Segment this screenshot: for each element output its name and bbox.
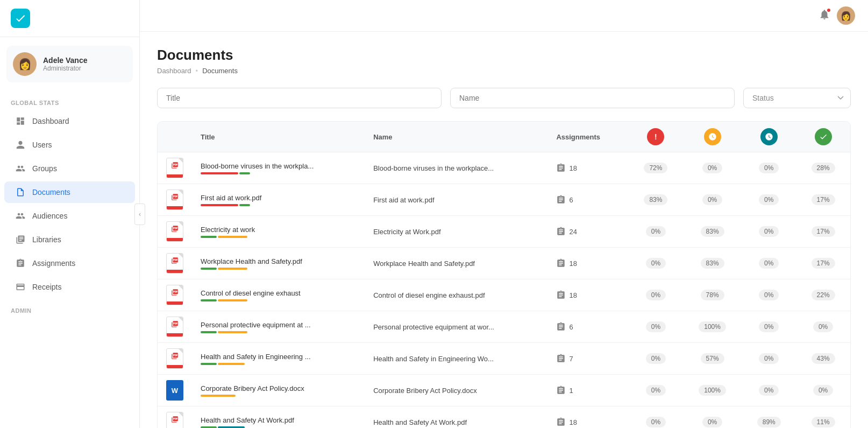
sidebar-item-audiences[interactable]: Audiences bbox=[4, 205, 135, 227]
pending-pct-badge: 0% bbox=[702, 163, 722, 173]
user-card: 👩 Adele Vance Administrator bbox=[6, 46, 133, 82]
overdue-pct-cell: 0% bbox=[629, 311, 683, 343]
progress-bar bbox=[218, 331, 247, 333]
sidebar-item-dashboard[interactable]: Dashboard bbox=[4, 110, 135, 132]
name-filter-input[interactable] bbox=[450, 88, 735, 108]
pending-pct-badge: 78% bbox=[701, 290, 724, 300]
pending-pct-cell: 83% bbox=[683, 216, 742, 248]
doc-title-cell: Personal protective equipment at ... bbox=[192, 311, 365, 343]
breadcrumb-home[interactable]: Dashboard bbox=[157, 67, 191, 75]
table-row[interactable]: Workplace Health and Safety.pdf Workplac… bbox=[158, 248, 850, 279]
table-row[interactable]: Blood-borne viruses in the workpla... Bl… bbox=[158, 152, 850, 184]
table-body: Blood-borne viruses in the workpla... Bl… bbox=[158, 152, 850, 429]
table-row[interactable]: Control of diesel engine exhaust Control… bbox=[158, 279, 850, 311]
sidebar-item-receipts-label: Receipts bbox=[32, 283, 61, 291]
complete-pct-cell: 11% bbox=[796, 406, 850, 429]
pending-pct-cell: 83% bbox=[683, 248, 742, 279]
sidebar-item-libraries[interactable]: Libraries bbox=[4, 229, 135, 250]
doc-icon-cell bbox=[158, 248, 192, 279]
assign-cell: 24 bbox=[556, 227, 620, 236]
progress-bars bbox=[201, 426, 356, 429]
progress-bars bbox=[201, 204, 356, 206]
doc-title: Corporate Bribery Act Policy.docx bbox=[201, 384, 356, 392]
assign-count: 18 bbox=[569, 259, 577, 268]
inprogress-pct-badge: 89% bbox=[757, 417, 781, 427]
sidebar-item-receipts[interactable]: Receipts bbox=[4, 276, 135, 298]
complete-pct-cell: 17% bbox=[796, 216, 850, 248]
audiences-icon bbox=[15, 211, 26, 221]
progress-bars bbox=[201, 363, 356, 365]
doc-name-cell: Corporate Bribery Act Policy.docx bbox=[365, 375, 547, 406]
pdf-doc-icon bbox=[166, 348, 183, 369]
doc-info: Blood-borne viruses in the workpla... bbox=[201, 162, 356, 174]
title-filter-input[interactable] bbox=[157, 88, 442, 108]
overdue-indicator: ! bbox=[647, 128, 664, 145]
inprogress-pct-cell: 0% bbox=[742, 152, 796, 184]
sidebar-item-assignments-label: Assignments bbox=[32, 259, 75, 268]
pdf-doc-icon bbox=[166, 190, 183, 210]
pending-pct-cell: 57% bbox=[683, 343, 742, 375]
assign-icon bbox=[556, 290, 566, 300]
pending-indicator bbox=[704, 128, 721, 145]
sidebar-item-groups-label: Groups bbox=[32, 164, 57, 173]
th-overdue: ! bbox=[629, 122, 683, 152]
pdf-doc-icon bbox=[166, 285, 183, 305]
inprogress-pct-badge: 0% bbox=[759, 194, 779, 205]
notifications-button[interactable] bbox=[819, 9, 830, 23]
doc-red-bar bbox=[167, 238, 183, 241]
inprogress-pct-badge: 0% bbox=[759, 385, 779, 396]
table-row[interactable]: W Corporate Bribery Act Policy.docx Corp… bbox=[158, 375, 850, 406]
sidebar-item-users-label: Users bbox=[32, 141, 52, 149]
sidebar-item-documents[interactable]: Documents bbox=[4, 181, 135, 203]
assign-icon bbox=[556, 163, 566, 173]
doc-info: Workplace Health and Safety.pdf bbox=[201, 257, 356, 270]
assign-icon bbox=[556, 322, 566, 332]
progress-bar bbox=[218, 363, 245, 365]
table-row[interactable]: Health and Safety in Engineering ... Hea… bbox=[158, 343, 850, 375]
pdf-doc-icon bbox=[166, 412, 183, 428]
th-title: Title bbox=[192, 122, 365, 152]
inprogress-pct-cell: 0% bbox=[742, 311, 796, 343]
doc-name-cell: Health and Safety At Work.pdf bbox=[365, 406, 547, 429]
progress-bar bbox=[218, 426, 245, 429]
complete-pct-badge: 17% bbox=[812, 194, 835, 205]
breadcrumb: Dashboard • Documents bbox=[157, 67, 851, 75]
pending-pct-cell: 100% bbox=[683, 375, 742, 406]
table-row[interactable]: Health and Safety At Work.pdf Health and… bbox=[158, 406, 850, 429]
inprogress-pct-badge: 0% bbox=[759, 163, 779, 173]
doc-red-bar bbox=[167, 270, 183, 273]
doc-name-cell: Control of diesel engine exhaust.pdf bbox=[365, 279, 547, 311]
sidebar-item-assignments[interactable]: Assignments bbox=[4, 252, 135, 274]
inprogress-pct-cell: 0% bbox=[742, 343, 796, 375]
table-row[interactable]: First aid at work.pdf First aid at work.… bbox=[158, 184, 850, 216]
user-info: Adele Vance Administrator bbox=[43, 56, 88, 72]
user-avatar-topbar[interactable]: 👩 bbox=[837, 6, 855, 25]
documents-table: Title Name Assignments ! bbox=[158, 122, 850, 428]
pending-pct-cell: 100% bbox=[683, 311, 742, 343]
pdf-doc-icon bbox=[166, 317, 183, 337]
progress-bar bbox=[201, 268, 217, 270]
sidebar: 👩 Adele Vance Administrator GLOBAL STATS… bbox=[0, 0, 140, 428]
collapse-sidebar-button[interactable]: ‹ bbox=[134, 204, 145, 225]
assignments-cell: 6 bbox=[547, 184, 629, 216]
overdue-pct-cell: 83% bbox=[629, 184, 683, 216]
breadcrumb-separator: • bbox=[196, 67, 198, 75]
top-bar: 👩 bbox=[140, 0, 868, 32]
inprogress-pct-cell: 0% bbox=[742, 248, 796, 279]
sidebar-item-groups[interactable]: Groups bbox=[4, 158, 135, 179]
table-row[interactable]: Electricity at work Electricity at Work.… bbox=[158, 216, 850, 248]
doc-icon-cell bbox=[158, 343, 192, 375]
status-filter-select[interactable]: Status bbox=[743, 88, 851, 108]
assign-cell: 18 bbox=[556, 290, 620, 300]
notification-badge bbox=[826, 8, 831, 13]
content-area: Status Title Name Assignments ! bbox=[140, 75, 868, 428]
overdue-pct-badge: 72% bbox=[644, 163, 667, 173]
assign-cell: 18 bbox=[556, 163, 620, 173]
complete-pct-cell: 28% bbox=[796, 152, 850, 184]
table-row[interactable]: Personal protective equipment at ... Per… bbox=[158, 311, 850, 343]
groups-icon bbox=[15, 163, 26, 174]
th-assignments: Assignments bbox=[547, 122, 629, 152]
assign-icon bbox=[556, 417, 566, 427]
documents-table-container: Title Name Assignments ! bbox=[157, 121, 851, 428]
sidebar-item-users[interactable]: Users bbox=[4, 134, 135, 156]
